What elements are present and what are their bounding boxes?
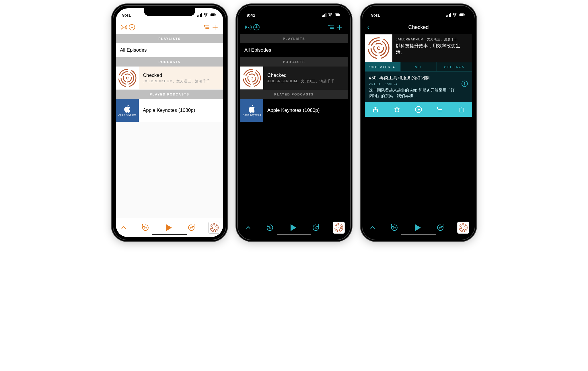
wifi-icon [328, 12, 333, 17]
cellular-icon [322, 13, 327, 17]
sort-indicator-icon: ▲ [392, 65, 396, 69]
expand-player-icon[interactable] [243, 223, 253, 233]
row-podcast-checked[interactable]: Checked JAILBREAKHUM、文刀漢三、清越千千 [116, 67, 223, 90]
podcast-title: Checked [267, 73, 334, 78]
art-label: Apple Keynotes [118, 114, 136, 116]
segmented-tabs: UNPLAYED ▲ ALL SETTINGS [365, 62, 472, 72]
skip-forward-icon[interactable]: 30 [186, 223, 196, 233]
battery-icon [334, 12, 341, 17]
info-icon[interactable] [461, 80, 468, 87]
podcast-title: Apple Keynotes (1080p) [267, 108, 320, 113]
add-playlist-icon[interactable] [203, 23, 211, 31]
notch [393, 8, 444, 16]
add-icon[interactable] [336, 23, 344, 31]
podcast-byline: JAILBREAKHUM、文刀漢三、清越千千 [396, 37, 469, 42]
row-all-episodes[interactable]: All Episodes [240, 43, 348, 57]
now-playing-art[interactable] [333, 222, 345, 234]
notch [268, 8, 320, 16]
section-header-played: PLAYED PODCASTS [240, 90, 348, 99]
play-episode-icon[interactable] [414, 105, 423, 114]
phone-dark-list: 9:41 PLAYLISTS All Episodes PODCASTS Che… [236, 4, 352, 241]
broadcast-icon[interactable] [244, 23, 252, 31]
row-podcast-checked[interactable]: Checked JAILBREAKHUM、文刀漢三、清越千千 [240, 67, 348, 90]
row-label: All Episodes [244, 47, 271, 53]
add-to-queue-icon[interactable] [436, 105, 444, 114]
section-header-playlists: PLAYLISTS [240, 34, 348, 43]
row-played-apple-keynotes[interactable]: Apple Keynotes Apple Keynotes (1080p) [240, 99, 348, 122]
battery-icon [458, 12, 466, 17]
back-icon[interactable]: ‹ [367, 23, 370, 31]
podcast-art-checked [116, 67, 139, 89]
home-indicator[interactable] [401, 234, 436, 235]
nav-title: Checked [408, 24, 429, 30]
podcast-art-apple-keynotes: Apple Keynotes [240, 99, 263, 122]
cellular-icon [446, 13, 451, 17]
podcast-byline: JAILBREAKHUM、文刀漢三、清越千千 [267, 79, 334, 84]
downloads-icon[interactable] [252, 23, 260, 31]
tab-settings[interactable]: SETTINGS [437, 62, 472, 71]
now-playing-art[interactable] [208, 222, 220, 234]
skip-forward-icon[interactable]: 30 [435, 223, 445, 233]
status-time: 9:41 [371, 13, 380, 17]
share-icon[interactable] [371, 105, 380, 114]
skip-back-icon[interactable]: 30 [265, 223, 275, 233]
tab-all[interactable]: ALL [401, 62, 437, 71]
toolbar [116, 20, 223, 34]
notch [144, 8, 195, 16]
section-header-podcasts: PODCASTS [116, 57, 223, 67]
toolbar [240, 20, 348, 34]
podcast-description: 以科技提升效率，用效率改变生活。 [396, 43, 469, 55]
podcast-title: Apple Keynotes (1080p) [143, 108, 195, 113]
skip-forward-icon[interactable]: 30 [311, 223, 321, 233]
skip-back-icon[interactable]: 30 [390, 223, 399, 233]
broadcast-icon[interactable] [120, 23, 128, 31]
section-header-played: PLAYED PODCASTS [116, 90, 223, 99]
play-icon[interactable] [411, 223, 423, 233]
tab-unplayed[interactable]: UNPLAYED ▲ [365, 62, 401, 71]
episode-action-bar [365, 102, 472, 117]
art-label: Apple Keynotes [243, 114, 261, 116]
now-playing-art[interactable] [457, 222, 469, 234]
home-indicator[interactable] [277, 234, 311, 235]
podcast-title: Checked [143, 73, 210, 78]
row-label: All Episodes [120, 47, 147, 53]
section-header-podcasts: PODCASTS [240, 57, 348, 67]
podcast-art-apple-keynotes: Apple Keynotes [116, 99, 139, 122]
star-icon[interactable] [393, 105, 401, 114]
add-icon[interactable] [211, 23, 219, 31]
play-icon[interactable] [287, 223, 299, 233]
podcast-byline: JAILBREAKHUM、文刀漢三、清越千千 [143, 79, 210, 84]
episode-title: #50: 再谈工具和服务的订阅制 [369, 75, 468, 81]
episode-meta: 26 DEC · 1:30:24 [369, 82, 468, 86]
podcast-art-checked [240, 67, 263, 89]
add-playlist-icon[interactable] [328, 23, 336, 31]
section-header-playlists: PLAYLISTS [116, 34, 223, 43]
podcast-art-checked [365, 34, 392, 62]
downloads-icon[interactable] [128, 23, 136, 31]
cellular-icon [197, 13, 202, 17]
row-played-apple-keynotes[interactable]: Apple Keynotes Apple Keynotes (1080p) [116, 99, 223, 122]
row-all-episodes[interactable]: All Episodes [116, 43, 223, 57]
battery-icon [209, 12, 217, 17]
delete-icon[interactable] [457, 105, 466, 114]
episode-summary: 这一期乘着越来越多的 App 和服务开始采用「订阅制」的东风，我们再和… [369, 87, 455, 99]
navbar: ‹ Checked [365, 20, 472, 34]
wifi-icon [452, 12, 457, 17]
podcast-header: JAILBREAKHUM、文刀漢三、清越千千 以科技提升效率，用效率改变生活。 [365, 34, 472, 62]
skip-back-icon[interactable]: 30 [141, 223, 150, 233]
phone-light-list: 9:41 PLAYLISTS All Episodes PODCASTS [112, 4, 227, 241]
home-indicator[interactable] [152, 234, 187, 235]
expand-player-icon[interactable] [368, 223, 377, 233]
episode-row[interactable]: #50: 再谈工具和服务的订阅制 26 DEC · 1:30:24 这一期乘着越… [365, 72, 472, 102]
status-time: 9:41 [247, 13, 255, 17]
status-time: 9:41 [122, 13, 131, 17]
phone-podcast-detail: 9:41 ‹ Checked JAILBREAKHUM、文刀漢三、清越千千 以科… [361, 4, 476, 241]
play-icon[interactable] [162, 223, 174, 233]
expand-player-icon[interactable] [119, 223, 128, 233]
wifi-icon [203, 12, 208, 17]
